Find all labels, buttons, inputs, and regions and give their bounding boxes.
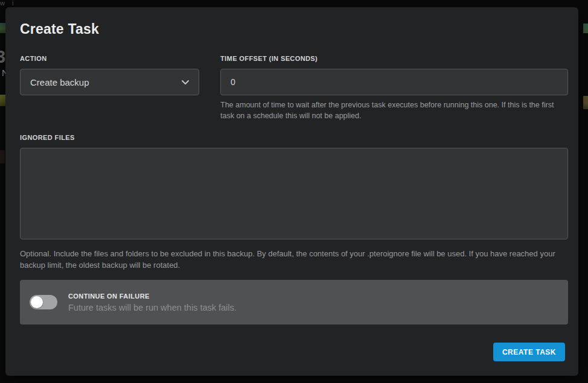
background-number-fragment: 3 <box>0 47 5 66</box>
create-task-modal: Create Task ACTION Create backup TIME OF… <box>5 7 578 376</box>
create-task-button[interactable]: CREATE TASK <box>493 343 565 361</box>
time-offset-label: TIME OFFSET (IN SECONDS) <box>220 55 568 62</box>
background-fragment <box>0 150 5 163</box>
continue-on-failure-toggle[interactable] <box>30 295 57 309</box>
background-fragment-right <box>583 96 588 109</box>
action-field-group: ACTION Create backup <box>20 55 199 122</box>
time-offset-input[interactable] <box>220 69 568 95</box>
chevron-down-icon <box>181 77 190 87</box>
time-offset-help-text: The amount of time to wait after the pre… <box>220 100 568 122</box>
background-page-text-fragment: wi <box>0 0 36 6</box>
top-field-row: ACTION Create backup TIME OFFSET (IN SEC… <box>20 55 568 122</box>
background-server-icon-fragment <box>0 23 5 33</box>
action-select[interactable]: Create backup <box>20 69 199 95</box>
time-offset-field-group: TIME OFFSET (IN SECONDS) The amount of t… <box>220 55 568 122</box>
continue-on-failure-text: CONTINUE ON FAILURE Future tasks will be… <box>68 293 237 312</box>
action-label: ACTION <box>20 55 199 62</box>
background-fragment-right-top <box>583 24 588 33</box>
continue-on-failure-label: CONTINUE ON FAILURE <box>68 293 237 300</box>
continue-on-failure-description: Future tasks will be run when this task … <box>68 303 237 312</box>
ignored-files-textarea[interactable] <box>20 148 568 239</box>
modal-title: Create Task <box>20 21 99 37</box>
background-bar-fragment <box>0 95 5 106</box>
action-select-value: Create backup <box>30 77 89 87</box>
continue-on-failure-panel: CONTINUE ON FAILURE Future tasks will be… <box>20 280 568 324</box>
toggle-knob <box>31 296 43 308</box>
ignored-files-help-text: Optional. Include the files and folders … <box>20 248 568 271</box>
ignored-files-field-group: IGNORED FILES Optional. Include the file… <box>20 134 568 271</box>
ignored-files-label: IGNORED FILES <box>20 134 568 141</box>
